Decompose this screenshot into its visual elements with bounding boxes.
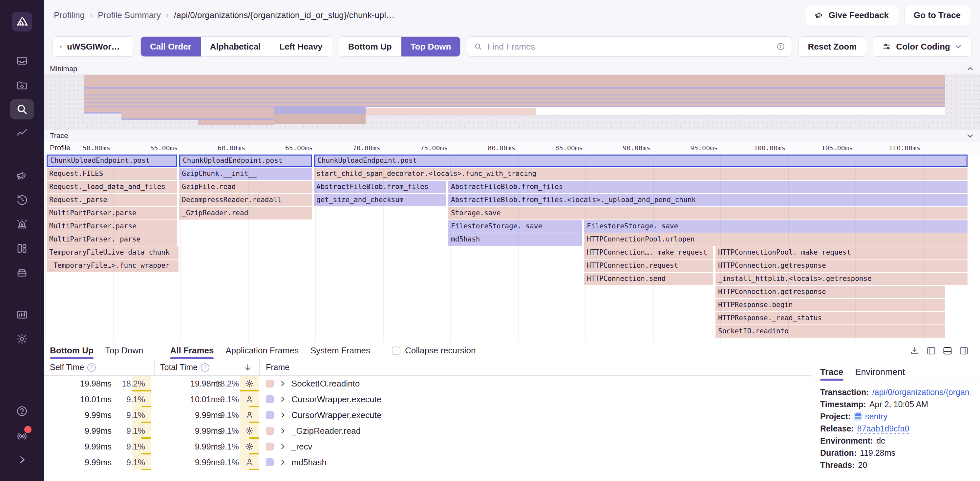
find-frames-search[interactable] (467, 37, 792, 57)
layout-left-icon[interactable] (926, 346, 936, 356)
frame-name[interactable]: CursorWrapper.execute (291, 394, 381, 405)
sidebar-item-replays[interactable] (10, 190, 34, 210)
flame-frame[interactable]: GzipChunk.__init__ (179, 168, 312, 180)
flame-frame[interactable]: HTTPConnection.getresponse (716, 260, 967, 272)
flame-frame[interactable]: ChunkUploadEndpoint.post (47, 154, 177, 167)
reset-zoom-button[interactable]: Reset Zoom (799, 37, 867, 57)
flame-frame[interactable]: HTTPConnection.send (584, 273, 713, 285)
flame-frame[interactable]: HTTPConnection.request (584, 260, 713, 272)
tab-top-down[interactable]: Top Down (105, 342, 143, 359)
sentry-logo[interactable] (12, 12, 32, 32)
flame-frame[interactable]: HTTPConnection.getresponse (716, 286, 945, 298)
flame-frame[interactable]: MultiPartParser._parse (47, 233, 177, 246)
flame-frame[interactable]: ChunkUploadEndpoint.post (179, 154, 312, 167)
sidebar-item-whats-new[interactable] (10, 425, 34, 446)
give-feedback-button[interactable]: Give Feedback (805, 5, 898, 25)
frame-name[interactable]: _recv (291, 441, 312, 452)
flame-frame[interactable]: FilestoreStorage._save (584, 220, 967, 233)
sort-alphabetical-button[interactable]: Alphabetical (201, 37, 270, 56)
tab-system-frames[interactable]: System Frames (310, 342, 370, 359)
flame-frame[interactable]: ChunkUploadEndpoint.post (314, 154, 967, 167)
flame-frame[interactable]: DecompressReader.readall (179, 194, 312, 206)
sidebar-item-projects[interactable] (10, 75, 34, 95)
details-field-value[interactable]: sentry (865, 412, 888, 421)
table-row[interactable]: 9.99ms9.1%9.99ms9.1%md5hash (44, 454, 811, 470)
table-row[interactable]: 19.98ms18.2%19.98ms18.2%SocketIO.readint… (44, 376, 811, 391)
collapse-trace-button[interactable] (966, 132, 974, 140)
go-to-trace-button[interactable]: Go to Trace (904, 5, 970, 25)
table-row[interactable]: 9.99ms9.1%9.99ms9.1%CursorWrapper.execut… (44, 407, 811, 423)
expand-chevron-icon[interactable] (279, 411, 286, 419)
breadcrumb-profiling[interactable]: Profiling (54, 10, 85, 20)
flame-frame[interactable]: _TemporaryFile…>.func_wrapper (47, 260, 178, 272)
expand-chevron-icon[interactable] (279, 396, 286, 403)
column-frame[interactable]: Frame (266, 362, 290, 372)
find-frames-input[interactable] (487, 42, 772, 52)
expand-chevron-icon[interactable] (279, 443, 286, 450)
color-coding-button[interactable]: Color Coding (873, 37, 972, 57)
flame-frame[interactable]: AbstractFileBlob.from_files (314, 181, 446, 193)
sidebar-item-releases[interactable] (10, 262, 34, 283)
tab-all-frames[interactable]: All Frames (170, 342, 214, 359)
flame-frame[interactable]: HTTPResponse.begin (716, 299, 945, 311)
flame-frame[interactable]: MultiPartParser.parse (47, 207, 177, 219)
sidebar-item-feedback[interactable] (10, 165, 34, 186)
sidebar-item-insights[interactable] (10, 123, 34, 144)
thread-selector[interactable]: uWSGIWor… (52, 37, 134, 57)
frame-name[interactable]: _GzipReader.read (291, 426, 361, 436)
breadcrumb-profile-summary[interactable]: Profile Summary (98, 10, 161, 20)
details-field-value[interactable]: 87aab1d9cfa0 (857, 424, 909, 434)
sidebar-item-stats[interactable] (10, 305, 34, 325)
expand-chevron-icon[interactable] (279, 459, 286, 466)
sidebar-item-explore[interactable] (10, 99, 34, 119)
sidebar-expand-button[interactable] (10, 449, 34, 470)
table-row[interactable]: 10.01ms9.1%10.01ms9.1%CursorWrapper.exec… (44, 391, 811, 407)
table-row[interactable]: 9.99ms9.1%9.99ms9.1%_recv (44, 439, 811, 454)
flame-frame[interactable]: md5hash (448, 233, 582, 246)
direction-bottom-up-button[interactable]: Bottom Up (339, 37, 401, 56)
flame-frame[interactable]: FilestoreStorage._save (448, 220, 582, 233)
column-self-time[interactable]: Self Time ? (50, 362, 96, 372)
direction-top-down-button[interactable]: Top Down (401, 37, 460, 56)
expand-chevron-icon[interactable] (279, 380, 286, 387)
table-row[interactable]: 9.99ms9.1%9.99ms9.1%_GzipReader.read (44, 423, 811, 439)
flame-graph[interactable]: ChunkUploadEndpoint.postChunkUploadEndpo… (44, 154, 980, 342)
frame-name[interactable]: SocketIO.readinto (291, 379, 360, 389)
details-tab-trace[interactable]: Trace (820, 364, 843, 381)
tab-bottom-up[interactable]: Bottom Up (50, 342, 94, 359)
sort-call-order-button[interactable]: Call Order (141, 37, 201, 56)
flame-frame[interactable]: TemporaryFileU…ive_data_chunk (47, 246, 178, 259)
details-tab-environment[interactable]: Environment (855, 364, 905, 381)
flame-frame[interactable]: _install_httplib.<locals>.getresponse (716, 273, 967, 285)
sidebar-item-issues[interactable] (10, 51, 34, 71)
flame-frame[interactable]: Request._parse (47, 194, 177, 206)
flame-frame[interactable]: HTTPConnectionPool.urlopen (584, 233, 967, 246)
info-icon[interactable] (776, 42, 785, 51)
column-total-time[interactable]: Total Time ? (160, 362, 209, 372)
flame-frame[interactable]: HTTPConnection…._make_request (584, 246, 713, 259)
collapse-minimap-button[interactable] (966, 65, 974, 73)
frame-name[interactable]: md5hash (291, 457, 326, 468)
frame-name[interactable]: CursorWrapper.execute (291, 410, 381, 420)
flame-frame[interactable]: HTTPConnectionPool._make_request (716, 246, 967, 259)
expand-chevron-icon[interactable] (279, 427, 286, 434)
flame-frame[interactable]: GzipFile.read (179, 181, 312, 193)
download-icon[interactable] (910, 346, 920, 356)
tab-application-frames[interactable]: Application Frames (226, 342, 299, 359)
flame-frame[interactable]: get_size_and_checksum (314, 194, 446, 206)
flame-frame[interactable]: AbstractFileBlob.from_files (448, 181, 967, 193)
flame-frame[interactable]: Request.FILES (47, 168, 177, 180)
flame-frame[interactable]: SocketIO.readinto (716, 325, 945, 338)
minimap[interactable] (44, 74, 980, 129)
flame-frame[interactable]: AbstractFileBlob.from_files.<locals>._up… (448, 194, 967, 206)
flame-frame[interactable]: _GzipReader.read (179, 207, 312, 219)
sidebar-item-help[interactable] (10, 401, 34, 421)
flame-frame[interactable]: start_child_span_decorator.<locals>.func… (314, 168, 967, 180)
flame-frame[interactable]: Request._load_data_and_files (47, 181, 177, 193)
layout-bottom-icon[interactable] (943, 346, 953, 356)
flame-frame[interactable]: MultiPartParser.parse (47, 220, 177, 233)
collapse-recursion-checkbox[interactable] (392, 346, 400, 355)
sidebar-item-alerts[interactable] (10, 214, 34, 234)
sort-left-heavy-button[interactable]: Left Heavy (270, 37, 332, 56)
sidebar-item-settings[interactable] (10, 329, 34, 349)
